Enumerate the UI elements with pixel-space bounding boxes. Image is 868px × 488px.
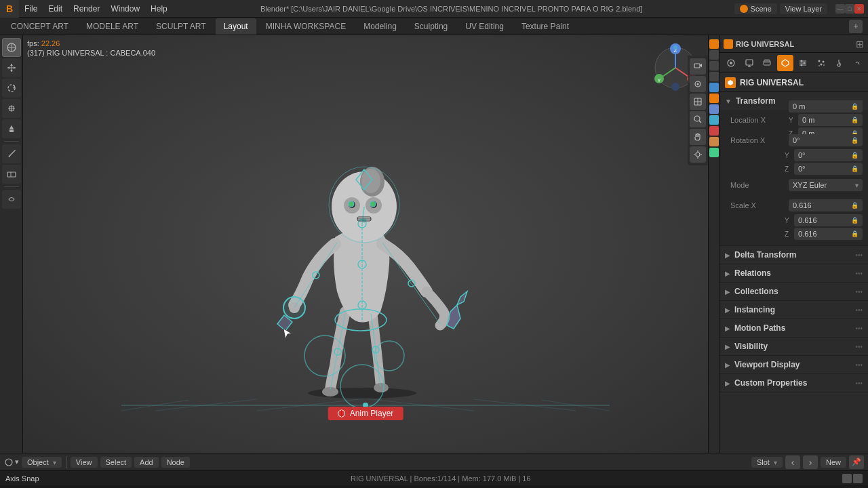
transform-tool-button[interactable] [2, 119, 21, 138]
custom-properties-header[interactable]: ▶ Custom Properties ••• [719, 374, 868, 392]
view-layer-props-icon[interactable] [759, 55, 775, 71]
tab-modele-art[interactable]: MODELE ART [78, 18, 146, 35]
minimize-button[interactable]: — [835, 4, 845, 14]
rotate-tool-button[interactable] [2, 79, 21, 98]
pin-button[interactable]: 📌 [849, 455, 864, 469]
view-layer-selector[interactable]: View Layer [780, 3, 827, 14]
rotation-z-field[interactable]: 0° 🔒 [794, 163, 863, 175]
delta-transform-header[interactable]: ▶ Delta Transform ••• [719, 246, 868, 264]
rotation-y-field[interactable]: 0° 🔒 [794, 149, 863, 161]
slot-selector[interactable]: Slot ▾ [751, 457, 783, 468]
scale-z-field[interactable]: 0.616 🔒 [794, 228, 863, 240]
cursor-tool-button[interactable] [2, 38, 21, 57]
svg-point-34 [694, 116, 700, 121]
tab-sculpting[interactable]: Sculpting [406, 18, 456, 35]
add-workspace-button[interactable]: + [849, 20, 863, 33]
tab-minha-workspace[interactable]: MINHA WORKSPACE [258, 18, 354, 35]
visibility-header[interactable]: ▶ Visibility ••• [719, 338, 868, 355]
object-mode-button[interactable]: Object ▾ [22, 457, 62, 468]
move-tool-button[interactable] [2, 58, 21, 77]
object-type-icon [725, 77, 736, 88]
svg-point-95 [818, 60, 820, 62]
object-properties-icon[interactable] [709, 94, 719, 103]
zoom-icon[interactable] [690, 111, 706, 127]
render-props-icon[interactable] [723, 55, 739, 71]
viewport-canvas[interactable]: fps: 22.26 (317) RIG UNIVERSAL : CABECA.… [23, 35, 708, 453]
tab-modeling[interactable]: Modeling [355, 18, 405, 35]
status-icon-2[interactable] [853, 474, 863, 483]
area-settings-icon[interactable] [690, 94, 706, 110]
bottom-select-button[interactable]: Select [100, 457, 132, 468]
svg-point-70 [349, 201, 354, 207]
new-slot-button[interactable]: New [821, 457, 846, 468]
props-content[interactable]: ▼ Transform ••• Location X 0 m 🔒 [719, 92, 868, 453]
scale-x-field[interactable]: 0.616 🔒 [789, 199, 863, 211]
close-button[interactable]: ✕ [854, 4, 864, 14]
tab-concept-art[interactable]: CONCEPT ART [3, 18, 77, 35]
context-panel [708, 35, 719, 453]
hand-tool-icon[interactable] [690, 129, 706, 145]
physics-props-icon[interactable] [831, 55, 847, 71]
tab-texture-paint[interactable]: Texture Paint [513, 18, 577, 35]
custom-properties-section: ▶ Custom Properties ••• [719, 374, 868, 392]
properties-icon[interactable] [690, 146, 706, 163]
instancing-header[interactable]: ▶ Instancing ••• [719, 301, 868, 319]
scene-selector[interactable]: Scene [734, 3, 777, 14]
render-view-icon[interactable] [690, 76, 706, 92]
slot-next-button[interactable]: › [803, 455, 818, 469]
maximize-button[interactable]: □ [845, 4, 854, 14]
modifier-props-icon[interactable] [795, 55, 811, 71]
anim-player-button[interactable]: Anim Player [328, 407, 403, 420]
bottom-node-button[interactable]: Node [161, 457, 190, 468]
location-x-field[interactable]: 0 m 🔒 [789, 100, 863, 113]
object-props-icon[interactable] [777, 55, 793, 71]
status-icon-1[interactable] [842, 474, 852, 483]
menu-window[interactable]: Window [105, 0, 145, 18]
scene-properties-icon[interactable] [709, 39, 719, 49]
output-props-icon[interactable] [741, 55, 757, 71]
area-type-selector[interactable]: ▾ [4, 458, 19, 467]
physics-properties-icon[interactable] [709, 126, 719, 136]
viewport-display-header[interactable]: ▶ Viewport Display ••• [719, 356, 868, 373]
panel-collapse-button[interactable]: ⊞ [856, 39, 864, 49]
modifier-properties-icon[interactable] [709, 104, 719, 114]
menu-file[interactable]: File [19, 0, 43, 18]
relations-header[interactable]: ▶ Relations ••• [719, 264, 868, 282]
bottom-add-button[interactable]: Add [134, 457, 159, 468]
menu-help[interactable]: Help [145, 0, 173, 18]
relax-tool-button[interactable] [2, 190, 21, 209]
motion-paths-header[interactable]: ▶ Motion Paths ••• [719, 319, 868, 337]
svg-point-71 [370, 201, 376, 207]
location-label: Location X [730, 116, 785, 124]
draw-tool-button[interactable] [2, 144, 21, 163]
particles-props-icon[interactable] [813, 55, 829, 71]
world-properties-icon[interactable] [709, 83, 719, 92]
data-properties-icon[interactable] [709, 148, 719, 157]
scale-y-field[interactable]: 0.616 🔒 [794, 214, 863, 226]
relations-dots: ••• [855, 270, 863, 277]
view-layer-properties-icon[interactable] [709, 72, 719, 81]
bottom-view-button[interactable]: View [71, 457, 98, 468]
rotation-z-row: Z 0° 🔒 [785, 163, 863, 175]
viewport[interactable]: Pose Mode ▾ View Select Pose Global ▾ ▾ [23, 35, 708, 453]
collections-header[interactable]: ▶ Collections ••• [719, 283, 868, 300]
rotation-x-field[interactable]: 0° 🔒 [789, 134, 863, 146]
menu-render[interactable]: Render [68, 0, 105, 18]
constraints-props-icon[interactable] [849, 55, 865, 71]
tab-layout[interactable]: Layout [216, 18, 256, 35]
svg-point-30 [697, 83, 699, 85]
tab-uv-editing[interactable]: UV Editing [457, 18, 512, 35]
slot-prev-button[interactable]: ‹ [785, 455, 800, 469]
camera-view-icon[interactable] [690, 58, 706, 75]
menu-edit[interactable]: Edit [43, 0, 68, 18]
constraints-properties-icon[interactable] [709, 137, 719, 146]
output-properties-icon[interactable] [709, 61, 719, 70]
erase-tool-button[interactable] [2, 165, 21, 184]
render-properties-icon[interactable] [709, 50, 719, 60]
tab-sculpt-art[interactable]: SCULPT ART [148, 18, 214, 35]
rotation-lock-x: 🔒 [851, 137, 859, 144]
particles-properties-icon[interactable] [709, 115, 719, 125]
mode-selector[interactable]: XYZ Euler ▾ [789, 179, 863, 191]
location-y-field[interactable]: 0 m 🔒 [798, 114, 863, 126]
scale-tool-button[interactable] [2, 99, 21, 118]
